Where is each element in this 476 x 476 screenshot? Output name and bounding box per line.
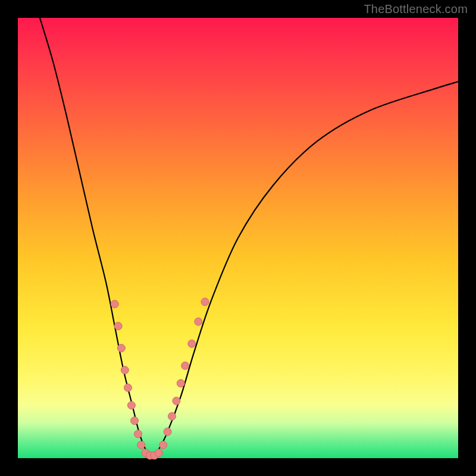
data-marker	[131, 417, 139, 425]
data-marker	[201, 298, 209, 306]
data-marker	[134, 430, 142, 438]
data-marker	[121, 367, 129, 374]
chart-frame: TheBottleneck.com	[0, 0, 476, 476]
data-marker	[127, 402, 135, 409]
data-marker	[188, 340, 196, 347]
data-marker	[195, 318, 202, 325]
data-marker	[173, 397, 180, 405]
data-marker	[114, 322, 122, 330]
data-marker	[164, 428, 171, 436]
data-marker	[124, 384, 132, 392]
data-marker	[155, 449, 162, 457]
data-marker	[177, 380, 184, 387]
bottleneck-curve-path	[40, 18, 458, 456]
data-marker	[159, 441, 167, 449]
data-marker	[117, 345, 125, 352]
data-marker	[168, 412, 176, 420]
watermark-text: TheBottleneck.com	[364, 2, 468, 16]
data-marker	[181, 362, 189, 369]
data-marker	[111, 300, 118, 308]
data-marker	[137, 441, 145, 449]
bottleneck-curve-svg	[18, 18, 458, 458]
